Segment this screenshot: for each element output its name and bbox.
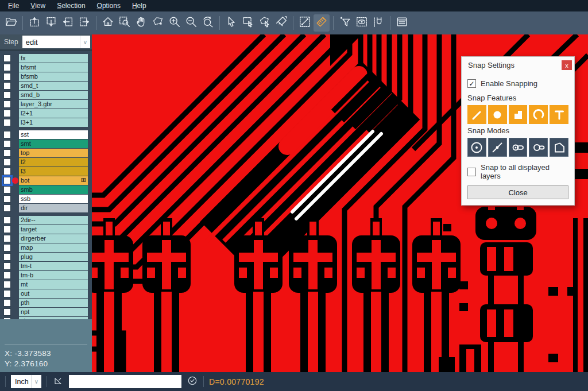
layer-visibility-checkbox[interactable] — [3, 110, 11, 117]
layer-name[interactable]: via — [19, 317, 88, 319]
layer-visibility-checkbox[interactable] — [3, 290, 11, 297]
layer-visibility-checkbox[interactable] — [3, 73, 11, 80]
layer-name[interactable]: tm-b — [19, 271, 88, 280]
layer-visibility-checkbox[interactable] — [3, 82, 11, 90]
ruler-button[interactable] — [314, 14, 330, 32]
layer-name[interactable]: smd_t — [19, 82, 88, 90]
layer-row[interactable]: layer_3.gbr — [0, 100, 92, 109]
layer-visibility-checkbox[interactable] — [3, 55, 11, 62]
layer-row[interactable]: smb — [0, 185, 92, 194]
layer-row[interactable]: smd_t — [0, 82, 92, 90]
layer-visibility-checkbox[interactable] — [3, 253, 11, 261]
select-polygon-button[interactable] — [257, 14, 273, 32]
zoom-out-button[interactable] — [183, 14, 199, 32]
layer-visibility-checkbox[interactable] — [3, 281, 11, 288]
layer-name[interactable]: tm-t — [19, 262, 88, 270]
layer-visibility-checkbox[interactable] — [3, 272, 11, 279]
layer-row[interactable]: top — [0, 149, 92, 157]
layer-visibility-checkbox[interactable] — [3, 64, 11, 71]
scroll-left-button[interactable] — [60, 14, 76, 32]
layer-visibility-checkbox[interactable] — [3, 216, 11, 224]
layer-name[interactable]: smt — [19, 140, 88, 148]
layer-name[interactable]: bfsmt — [19, 63, 88, 72]
layer-visibility-checkbox[interactable] — [3, 204, 11, 212]
zoom-polygon-button[interactable] — [150, 14, 166, 32]
layer-row[interactable]: map — [0, 243, 92, 252]
snap-mode-center-button[interactable] — [467, 138, 486, 157]
close-icon[interactable]: x — [562, 60, 572, 70]
clear-selection-button[interactable] — [273, 14, 289, 32]
scroll-up-button[interactable] — [26, 14, 42, 32]
layer-name[interactable]: l3+1 — [19, 118, 88, 127]
layer-name[interactable]: map — [19, 243, 88, 252]
layer-name[interactable]: bfsmb — [19, 72, 88, 81]
layer-name[interactable]: top — [19, 149, 88, 157]
scroll-down-button[interactable] — [43, 14, 59, 32]
corner-origin-icon[interactable] — [52, 375, 64, 389]
zoom-previous-button[interactable] — [200, 14, 216, 32]
menu-selection[interactable]: Selection — [51, 1, 91, 11]
layer-row[interactable]: target — [0, 225, 92, 234]
layer-name[interactable]: plug — [19, 253, 88, 261]
layer-visibility-checkbox[interactable] — [3, 140, 11, 148]
layer-visibility-checkbox[interactable] — [3, 158, 11, 166]
panel-settings-button[interactable] — [394, 14, 410, 32]
layer-row[interactable]: tm-t — [0, 262, 92, 270]
snap-feature-surface-button[interactable] — [509, 105, 528, 124]
snap-all-layers-checkbox[interactable] — [467, 168, 476, 176]
zoom-window-button[interactable] — [117, 14, 133, 32]
snap-dialog-titlebar[interactable]: Snap Settings x — [462, 57, 574, 73]
snap-dialog-close-button[interactable]: Close — [467, 185, 568, 199]
layer-name[interactable]: npt — [19, 308, 88, 316]
enable-snapping-checkbox[interactable]: ✓ — [467, 79, 476, 88]
unit-select[interactable]: Inch ∨ — [11, 375, 41, 388]
snap-feature-arc-button[interactable] — [529, 105, 548, 124]
layer-visibility-checkbox[interactable] — [3, 244, 11, 251]
layer-row[interactable]: ssb — [0, 195, 92, 203]
select-window-button[interactable] — [240, 14, 256, 32]
layer-row[interactable]: dir — [0, 204, 92, 212]
layer-row[interactable]: smd_b — [0, 91, 92, 99]
snap-mode-contour-button[interactable] — [550, 138, 568, 157]
layer-name[interactable]: 2dir-- — [19, 216, 88, 224]
layer-name[interactable]: dir — [19, 204, 88, 212]
layer-name[interactable]: dirgerber — [19, 234, 88, 243]
layer-row[interactable]: 2dir-- — [0, 216, 92, 224]
display-options-button[interactable] — [354, 14, 370, 32]
step-select[interactable]: edit ∨ — [22, 36, 90, 48]
layer-name[interactable]: pth — [19, 299, 88, 307]
layer-visibility-checkbox[interactable] — [3, 168, 11, 175]
layer-row[interactable]: l2 — [0, 158, 92, 167]
layer-row[interactable]: sst — [0, 130, 92, 139]
layer-visibility-checkbox[interactable] — [3, 235, 11, 242]
layer-visibility-checkbox[interactable] — [3, 177, 11, 184]
layer-visibility-checkbox[interactable] — [3, 226, 11, 233]
layer-visibility-checkbox[interactable] — [3, 91, 11, 99]
layer-name[interactable]: bot ⊞ — [19, 176, 88, 185]
layer-row[interactable]: dirgerber — [0, 234, 92, 243]
layer-row[interactable]: l3 — [0, 167, 92, 176]
layer-visibility-checkbox[interactable] — [3, 195, 11, 203]
layer-name[interactable]: layer_3.gbr — [19, 100, 88, 109]
layer-name[interactable]: smb — [19, 185, 88, 194]
layer-name[interactable]: l2+1 — [19, 109, 88, 118]
menu-help[interactable]: Help — [126, 1, 152, 11]
menu-view[interactable]: View — [25, 1, 51, 11]
layer-row[interactable]: plug — [0, 253, 92, 261]
layer-visibility-checkbox[interactable] — [3, 149, 11, 157]
layer-row[interactable]: l3+1 — [0, 118, 92, 127]
scroll-right-button[interactable] — [76, 14, 92, 32]
layer-row[interactable]: npt — [0, 308, 92, 316]
layer-row[interactable]: smt — [0, 140, 92, 148]
layer-visibility-checkbox[interactable] — [3, 308, 11, 316]
select-pointer-button[interactable] — [223, 14, 239, 32]
command-input[interactable] — [69, 375, 181, 388]
layer-row[interactable]: pth — [0, 299, 92, 307]
layer-name[interactable]: ssb — [19, 195, 88, 203]
layer-visibility-checkbox[interactable] — [3, 100, 11, 108]
layer-row[interactable]: out — [0, 289, 92, 298]
layer-row[interactable]: mt — [0, 280, 92, 289]
layer-visibility-checkbox[interactable] — [3, 131, 11, 138]
layer-row[interactable]: bfsmb — [0, 72, 92, 81]
open-file-button[interactable] — [3, 14, 19, 32]
